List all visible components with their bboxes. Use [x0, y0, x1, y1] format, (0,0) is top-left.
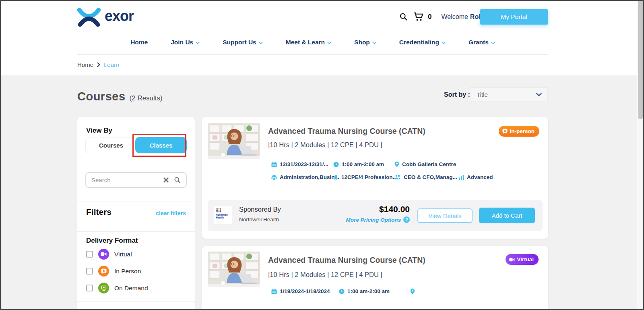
chevron-down-icon: [259, 42, 263, 44]
filter-option-label: In Person: [114, 268, 141, 275]
breadcrumb-home-link[interactable]: Home: [77, 61, 93, 68]
filter-option-label: Virtual: [114, 251, 132, 258]
toggle-courses-button[interactable]: Courses: [86, 137, 136, 153]
chevron-down-icon: [372, 42, 376, 44]
location-pin-icon: [410, 288, 415, 294]
monitor-icon: [98, 283, 109, 293]
sponsored-by-label: Sponsored By: [239, 206, 281, 213]
location-pin-icon: [394, 161, 399, 167]
exor-logo-icon: [77, 8, 101, 27]
calendar-icon: [271, 289, 277, 294]
delivery-badge: Virtual: [506, 254, 539, 265]
meta-level: Advanced: [459, 174, 493, 180]
scrollbar-track[interactable]: [637, 1, 643, 309]
nav-item-support-us[interactable]: Support Us: [223, 39, 263, 46]
course-thumbnail[interactable]: [208, 123, 260, 159]
breadcrumb: Home Learn: [77, 61, 119, 68]
nav-item-home[interactable]: Home: [130, 39, 148, 46]
sponsor-name: Northwell Health: [239, 216, 279, 223]
breadcrumb-current: Learn: [104, 61, 119, 68]
course-card: Advanced Trauma Nursing Course (CATN) |1…: [202, 117, 548, 239]
sponsor-price-strip: Northwell Health Sponsored By Northwell …: [208, 200, 543, 231]
sort-selected-value: Title: [477, 91, 488, 98]
page-title: Courses: [77, 90, 126, 103]
nav-item-meet-learn[interactable]: Meet & Learn: [286, 39, 331, 46]
course-thumbnail[interactable]: [208, 252, 260, 287]
sponsor-logo-text: Northwell Health: [216, 213, 229, 219]
sort-select[interactable]: Title: [471, 87, 547, 102]
person-chat-icon: [98, 266, 109, 277]
delivery-format-title: Delivery Format: [86, 237, 138, 245]
exor-logo[interactable]: exor: [77, 8, 134, 27]
sidebar-divider: [77, 202, 195, 202]
meta-location: [410, 288, 418, 294]
header-divider: [77, 54, 548, 55]
meta-date: 1/19/2024-1/19/2024: [271, 288, 330, 294]
my-portal-button[interactable]: My Portal: [480, 9, 548, 25]
filter-option-virtual[interactable]: Virtual: [86, 249, 132, 260]
course-title[interactable]: Advanced Trauma Nursing Course (CATN): [268, 256, 425, 265]
person-chat-icon: [502, 129, 508, 134]
main-nav: Home Join Us Support Us Meet & Learn Sho…: [77, 39, 548, 46]
course-stats: |10 Hrs | 2 Modules | 12 CPE | 4 PDU |: [268, 271, 382, 279]
nav-item-grants[interactable]: Grants: [469, 39, 495, 46]
chevron-down-icon: [442, 42, 446, 44]
chevron-down-icon: [491, 42, 495, 44]
add-to-cart-button[interactable]: Add to Cart: [479, 208, 535, 223]
clock-icon: [333, 162, 339, 167]
sidebar-divider: [77, 167, 195, 167]
calendar-icon: [271, 162, 277, 167]
filter-option-on-demand[interactable]: On Demand: [86, 283, 148, 293]
chevron-down-icon: [327, 42, 331, 44]
meta-audience: CEO & CFO,Manag...: [394, 174, 457, 180]
breadcrumb-chevron-icon: [97, 62, 100, 67]
video-camera-icon: [98, 249, 109, 260]
more-pricing-options-link[interactable]: More Pricing Options ?: [346, 216, 410, 223]
result-count: (2 Results): [130, 94, 163, 102]
help-icon[interactable]: ?: [403, 216, 410, 223]
delivery-badge: In-person: [499, 126, 539, 137]
badge-label: Virtual: [517, 256, 534, 262]
scrollbar-thumb[interactable]: [638, 1, 643, 119]
filters-title: Filters: [86, 207, 111, 217]
layers-icon: [271, 175, 277, 180]
meta-time: 1:00 am-2:00 am: [333, 161, 384, 167]
course-title[interactable]: Advanced Trauma Nursing Course (CATN): [268, 127, 425, 136]
logo-wordmark: exor: [105, 9, 134, 26]
people-icon: [394, 175, 401, 180]
cart-icon[interactable]: [413, 12, 424, 21]
meta-time: 1:00 am-2:00 am: [339, 288, 390, 294]
chevron-down-icon: [536, 93, 542, 96]
checkbox[interactable]: [86, 285, 93, 291]
filter-option-label: On Demand: [114, 285, 148, 292]
sidebar-search: [85, 172, 187, 188]
checkbox[interactable]: [86, 251, 93, 258]
course-stats: |10 Hrs | 2 Modules | 12 CPE | 4 PDU |: [268, 141, 382, 149]
meta-credits: 12CPE/4 Profession...: [333, 174, 397, 180]
checkbox[interactable]: [86, 268, 93, 275]
nav-item-credentialing[interactable]: Credentialing: [399, 39, 446, 46]
clear-filters-link[interactable]: clear filters: [156, 210, 186, 216]
sponsor-logo: Northwell Health: [214, 206, 232, 224]
search-icon[interactable]: [174, 177, 181, 183]
search-input[interactable]: [91, 177, 158, 183]
nav-item-join-us[interactable]: Join Us: [171, 39, 200, 46]
search-icon[interactable]: [399, 12, 408, 21]
cart-count-badge: 0: [428, 13, 431, 21]
annotation-highlight-box: [132, 134, 186, 157]
meta-date: 12/31/2023-12/31/...: [271, 161, 328, 167]
browser-viewport: exor 0 Welcome Rob My Portal Home Join U…: [0, 0, 644, 310]
bar-level-icon: [459, 175, 464, 180]
chevron-down-icon: [196, 42, 200, 44]
course-price: $140.00: [346, 204, 410, 214]
sort-by-label: Sort by :: [444, 91, 470, 98]
nav-item-shop[interactable]: Shop: [354, 39, 376, 46]
video-camera-icon: [509, 258, 515, 262]
clear-search-icon[interactable]: [163, 177, 169, 183]
view-by-title: View By: [86, 127, 112, 135]
badge-label: In-person: [510, 128, 535, 134]
meta-location: Cobb Galleria Centre: [394, 161, 456, 167]
filter-option-in-person[interactable]: In Person: [86, 266, 141, 277]
meta-categories: Administration,Busin...: [271, 174, 339, 180]
view-details-button[interactable]: View Details: [417, 208, 473, 223]
